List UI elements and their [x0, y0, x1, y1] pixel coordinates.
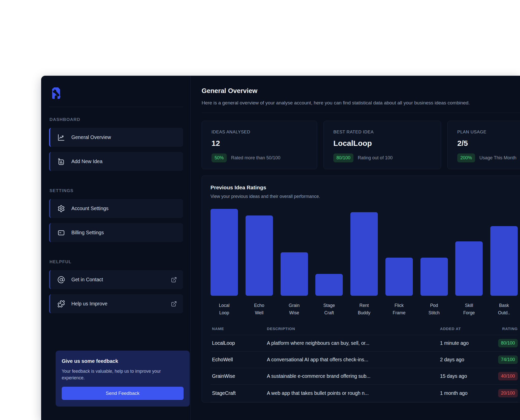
chart-bar-label: EchoWell: [246, 302, 273, 317]
chart-bar: [490, 226, 518, 296]
cell-rating: 74/100: [488, 355, 518, 364]
ratings-bar-chart: [210, 209, 518, 296]
sidebar-item-label: Help us Improve: [71, 301, 107, 307]
sidebar-item-label: Account Settings: [71, 206, 108, 211]
chart-bar-label: FlickFrame: [385, 302, 413, 317]
stat-card-ideas-analysed: IDEAS ANALYSED 12 50% Rated more than 50…: [202, 121, 317, 169]
feedback-body: Your feedback is valuable, help us to im…: [62, 368, 184, 381]
sidebar-item-label: Add New Idea: [71, 159, 103, 164]
section-label-settings: SETTINGS: [50, 188, 183, 193]
panel-subtitle: View your previous ideas and their overa…: [210, 194, 518, 199]
stat-label: BEST RATED IDEA: [333, 130, 431, 135]
chart-bar: [315, 274, 343, 296]
chart-bar: [210, 209, 238, 296]
sidebar-item-billing-settings[interactable]: Billing Settings: [49, 223, 183, 242]
chart-bar: [281, 252, 308, 296]
sidebar-item-label: General Overview: [71, 134, 111, 140]
line-chart-icon: [57, 134, 65, 141]
chart-column: [385, 209, 413, 296]
external-link-icon[interactable]: [171, 301, 177, 307]
section-label-helpful: HELPFUL: [50, 259, 183, 265]
sidebar-item-add-new-idea[interactable]: Add New Idea: [49, 152, 183, 171]
page-subtitle: Here is a general overview of your analy…: [202, 100, 520, 106]
sidebar-item-label: Billing Settings: [71, 230, 104, 236]
chart-bar-label: PodStitch: [420, 302, 448, 317]
col-header-rating: RATING: [488, 326, 518, 331]
main-content: General Overview Here is a general overv…: [191, 76, 520, 420]
cell-name: StageCraft: [210, 390, 267, 396]
rating-badge: 20/100: [498, 389, 518, 397]
stat-value: LocalLoop: [333, 139, 431, 148]
feedback-title: Give us some feedback: [62, 358, 184, 364]
table-row: LocalLoopA platform where neighbours can…: [210, 335, 518, 351]
sidebar-item-help-us-improve[interactable]: Help us Improve: [49, 294, 183, 313]
cell-rating: 80/100: [488, 339, 518, 347]
chart-bar: [455, 241, 483, 296]
sidebar-item-label: Get in Contact: [71, 277, 103, 283]
ideas-table-header: NAME DESCRIPTION ADDED AT RATING: [210, 323, 518, 335]
stat-badge: 50%: [212, 153, 227, 162]
analyse-logo-icon: [51, 86, 62, 100]
stat-note: Usage This Month: [479, 155, 516, 161]
stat-label: PLAN USAGE: [457, 130, 520, 135]
chart-column: [246, 209, 273, 296]
stat-value: 2/5: [457, 139, 520, 148]
chart-bar: [246, 215, 273, 296]
rating-badge: 74/100: [498, 355, 518, 364]
chart-bar-label: SkillForge: [455, 302, 483, 317]
cell-rating: 40/100: [488, 372, 518, 380]
chart-bar-label: StageCraft: [315, 302, 343, 317]
cell-added-at: 2 days ago: [440, 357, 488, 363]
at-sign-icon: [57, 276, 65, 284]
previous-idea-ratings-panel: Previous Idea Ratings View your previous…: [202, 176, 520, 402]
col-header-description: DESCRIPTION: [267, 326, 440, 331]
cell-rating: 20/100: [488, 389, 518, 397]
chart-bar-label: BaskOutd..: [490, 302, 518, 317]
chart-column: [315, 209, 343, 296]
chart-bar-label: LocalLoop: [210, 302, 238, 317]
cell-description: A web app that takes bullet points or ro…: [267, 390, 440, 396]
ideas-table: NAME DESCRIPTION ADDED AT RATING LocalLo…: [210, 323, 518, 402]
feedback-card: Give us some feedback Your feedback is v…: [56, 351, 190, 407]
rating-badge: 80/100: [498, 339, 518, 347]
sidebar-item-get-in-contact[interactable]: Get in Contact: [49, 270, 183, 289]
ideas-table-body: LocalLoopA platform where neighbours can…: [210, 335, 518, 402]
col-header-name: NAME: [210, 326, 267, 331]
stat-value: 12: [212, 139, 307, 148]
panel-title: Previous Idea Ratings: [210, 184, 518, 191]
external-link-icon[interactable]: [171, 277, 177, 283]
cell-description: A sustainable e-commerce brand offering …: [267, 373, 440, 379]
chart-column: [210, 209, 238, 296]
chart-bar: [385, 258, 413, 296]
sidebar: DASHBOARD General Overview Add New Idea …: [41, 76, 191, 420]
stat-note: Rating out of 100: [358, 155, 393, 161]
stats-row: IDEAS ANALYSED 12 50% Rated more than 50…: [202, 121, 520, 169]
table-row: EchoWellA conversational AI app that off…: [210, 351, 518, 368]
chart-column: [455, 209, 483, 296]
add-chart-icon: [57, 158, 65, 165]
chart-column: [350, 209, 378, 296]
col-header-added-at: ADDED AT: [440, 326, 488, 331]
credit-card-icon: [57, 229, 65, 237]
header-divider: [202, 113, 520, 113]
cell-name: EchoWell: [210, 357, 267, 363]
rating-badge: 40/100: [498, 372, 518, 380]
table-row: StageCraftA web app that takes bullet po…: [210, 384, 518, 402]
gear-icon: [57, 205, 65, 212]
send-feedback-button[interactable]: Send Feedback: [62, 387, 184, 400]
cell-name: LocalLoop: [210, 340, 267, 346]
sidebar-divider: [49, 107, 183, 107]
sidebar-item-general-overview[interactable]: General Overview: [49, 128, 183, 147]
sidebar-item-account-settings[interactable]: Account Settings: [49, 199, 183, 218]
chart-bar-label: GrainWise: [281, 302, 308, 317]
section-label-dashboard: DASHBOARD: [50, 117, 183, 122]
stat-card-plan-usage: PLAN USAGE 2/5 200% Usage This Month: [447, 121, 520, 169]
table-row: GrainWiseA sustainable e-commerce brand …: [210, 368, 518, 384]
app-window: DASHBOARD General Overview Add New Idea …: [41, 76, 520, 420]
puzzle-icon: [57, 300, 65, 308]
cell-name: GrainWise: [210, 373, 267, 379]
stat-card-best-rated-idea: BEST RATED IDEA LocalLoop 80/100 Rating …: [323, 121, 441, 169]
stat-badge: 200%: [457, 153, 475, 162]
ratings-bar-chart-labels: LocalLoopEchoWellGrainWiseStageCraftRent…: [210, 302, 518, 317]
cell-description: A platform where neighbours can buy, sel…: [267, 340, 440, 346]
